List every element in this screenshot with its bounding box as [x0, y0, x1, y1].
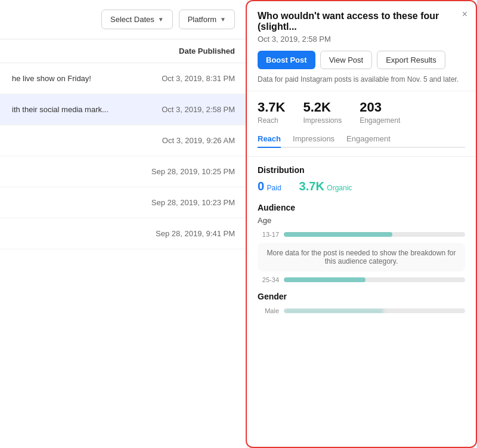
engagement-stat: 203 Engagement [360, 100, 400, 125]
organic-distribution: 3.7K Organic [299, 180, 352, 193]
toolbar: Select Dates ▼ Platform ▼ [0, 0, 247, 39]
distribution-label: Distribution [258, 165, 465, 175]
platform-arrow-icon: ▼ [220, 16, 226, 23]
age-range-label: 13-17 [258, 231, 279, 238]
tab-impressions[interactable]: Impressions [293, 131, 334, 148]
engagement-label: Engagement [360, 116, 400, 125]
select-dates-label: Select Dates [110, 15, 154, 24]
paid-value: 0 [258, 180, 264, 193]
select-dates-button[interactable]: Select Dates ▼ [101, 10, 173, 29]
reach-label: Reach [258, 116, 285, 125]
row-title: ith their social media mark... [12, 105, 109, 114]
table-row[interactable]: ith their social media mark... Oct 3, 20… [0, 94, 247, 125]
row-date: Oct 3, 2019, 9:26 AM [162, 136, 235, 145]
export-results-button[interactable]: Export Results [377, 51, 445, 69]
reach-stat: 3.7K Reach [258, 100, 285, 125]
age-label: Age [258, 216, 465, 225]
table-body: he live show on Friday! Oct 3, 2019, 8:3… [0, 63, 247, 249]
age-bar-fill [284, 277, 366, 282]
tab-reach[interactable]: Reach [258, 131, 281, 148]
boost-post-button[interactable]: Boost Post [258, 51, 315, 69]
gender-bar-track [284, 308, 465, 313]
table-row[interactable]: Sep 28, 2019, 10:23 PM [0, 187, 247, 218]
audience-label: Audience [258, 203, 465, 212]
row-date: Oct 3, 2019, 8:31 PM [162, 74, 235, 83]
more-data-notice: More data for the post is needed to show… [258, 243, 465, 271]
age-bar-row-25-34: 25-34 [258, 276, 465, 283]
reach-value: 3.7K [258, 100, 285, 115]
row-date: Sep 28, 2019, 9:41 PM [156, 229, 235, 238]
age-bar-track [284, 232, 465, 237]
paid-distribution: 0 Paid [258, 180, 281, 193]
gender-section: Gender Male [258, 292, 465, 314]
platform-button[interactable]: Platform ▼ [179, 10, 235, 29]
view-post-button[interactable]: View Post [320, 51, 373, 69]
gender-name-label: Male [258, 307, 279, 314]
gender-bar-row-male: Male [258, 307, 465, 314]
organic-label: Organic [327, 184, 352, 192]
row-date: Oct 3, 2019, 2:58 PM [162, 105, 235, 114]
table-row[interactable]: he live show on Friday! Oct 3, 2019, 8:3… [0, 63, 247, 94]
left-panel: Select Dates ▼ Platform ▼ Date Published… [0, 0, 247, 448]
stats-section: 3.7K Reach 5.2K Impressions 203 Engageme… [247, 91, 476, 157]
date-published-header: Date Published [179, 47, 235, 55]
table-row[interactable]: Sep 28, 2019, 10:25 PM [0, 156, 247, 187]
table-header: Date Published [0, 39, 247, 63]
panel-date: Oct 3, 2019, 2:58 PM [258, 35, 465, 44]
audience-section: Audience Age 13-17 More data for the pos… [258, 203, 465, 314]
table-row[interactable]: Oct 3, 2019, 9:26 AM [0, 125, 247, 156]
paid-notice: Data for paid Instagram posts is availab… [258, 75, 465, 84]
select-dates-arrow-icon: ▼ [158, 16, 164, 23]
action-buttons: Boost Post View Post Export Results [258, 51, 465, 69]
age-range-label: 25-34 [258, 276, 279, 283]
close-button[interactable]: × [462, 10, 467, 19]
age-bar-fill [284, 232, 392, 237]
paid-label: Paid [267, 184, 281, 192]
row-date: Sep 28, 2019, 10:23 PM [151, 198, 235, 207]
gender-label: Gender [258, 292, 465, 301]
detail-panel: × Who wouldn't want access to these four… [246, 0, 477, 448]
tab-engagement[interactable]: Engagement [346, 131, 391, 148]
impressions-stat: 5.2K Impressions [303, 100, 342, 125]
panel-title: Who wouldn't want access to these four (… [258, 11, 465, 32]
stats-row: 3.7K Reach 5.2K Impressions 203 Engageme… [258, 100, 465, 125]
age-bar-row-13-17: 13-17 [258, 231, 465, 238]
distribution-row: 0 Paid 3.7K Organic [258, 180, 465, 193]
stat-tabs: Reach Impressions Engagement [258, 131, 465, 148]
detail-section: Distribution 0 Paid 3.7K Organic Audienc… [247, 157, 476, 447]
engagement-value: 203 [360, 100, 400, 115]
table-row[interactable]: Sep 28, 2019, 9:41 PM [0, 218, 247, 249]
impressions-label: Impressions [303, 116, 342, 125]
gender-bar-fill [284, 308, 383, 313]
panel-header: × Who wouldn't want access to these four… [247, 1, 476, 91]
age-bar-track [284, 277, 465, 282]
organic-value: 3.7K [299, 180, 324, 193]
platform-label: Platform [188, 15, 216, 24]
impressions-value: 5.2K [303, 100, 342, 115]
row-date: Sep 28, 2019, 10:25 PM [151, 167, 235, 176]
row-title: he live show on Friday! [12, 74, 91, 83]
